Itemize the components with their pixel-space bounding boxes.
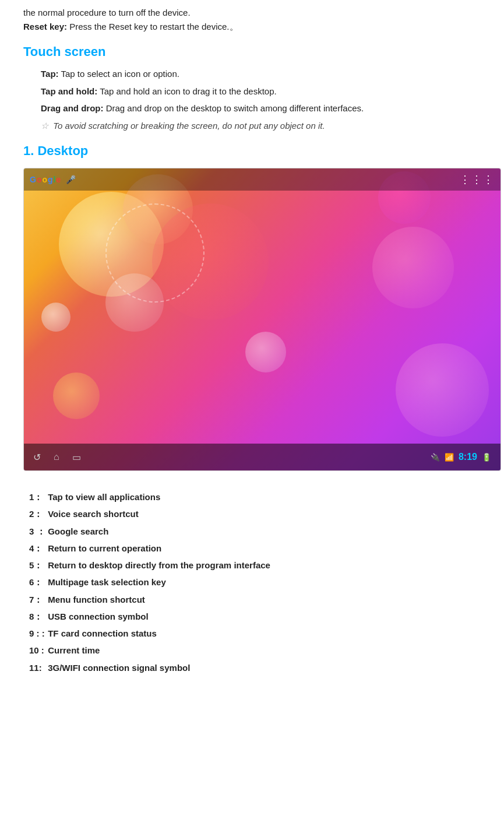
touch-item-drag-drop: Drag and drop: Drag and drop on the desk… [41,101,481,116]
list-num-7: 7： [29,591,45,608]
bubble-7 [245,332,286,372]
list-item-2: 2： Voice search shortcut [29,505,481,522]
tap-label: Tap: [41,69,59,79]
bubble-8 [396,343,489,437]
google-logo: Google [30,175,61,184]
list-item-9: 9 : : TF card connection status [29,625,481,642]
usb-icon: 🔌 [431,453,440,462]
list-item-10: 10 : Current time [29,642,481,659]
signal-icon: 📶 [445,453,454,462]
desktop-list: 1： Tap to view all applications 2： Voice… [29,488,481,676]
list-text-9: TF card connection status [48,628,157,638]
list-text-7: Menu function shortcut [48,595,145,604]
reset-key-label: Reset key: [23,22,67,31]
drag-drop-text: Drag and drop on the desktop to switch a… [106,103,364,113]
list-item-6: 6： Multipage task selection key [29,574,481,590]
list-num-2: 2： [29,505,45,522]
tap-hold-label: Tap and hold: [41,86,97,96]
star-note-text: To avoid scratching or breaking the scre… [53,121,325,131]
grid-dots-icon: ⋮⋮⋮ [460,173,495,186]
reset-key-line: Reset key: Press the Reset key to restar… [23,20,481,34]
drag-drop-label: Drag and drop: [41,103,104,113]
list-item-5: 5： Return to desktop directly from the p… [29,557,481,574]
list-item-1: 1： Tap to view all applications [29,488,481,505]
device-top-bar: Google 🎤 ⋮⋮⋮ [24,168,501,191]
list-num-6: 6： [29,574,45,590]
battery-icon: 🔋 [482,453,491,462]
star-note: ☆ To avoid scratching or breaking the sc… [41,118,481,133]
home-button[interactable]: ⌂ [54,452,59,462]
tap-hold-text: Tap and hold an icon to drag it to the d… [100,86,277,96]
reset-key-text: Press the Reset key to restart the devic… [69,22,238,31]
time-display: 8:19 [459,452,477,462]
bubble-5 [372,227,454,308]
list-text-11: 3G/WIFI connection signal symbol [48,663,190,673]
list-text-4: Return to current operation [48,543,161,553]
status-bar-right: 🔌 📶 8:19 🔋 [431,452,491,462]
list-num-3: 3 ： [29,523,45,540]
touch-item-tap: Tap: Tap to select an icon or option. [41,66,481,82]
list-text-2: Voice search shortcut [48,509,139,519]
list-item-11: 11: 3G/WIFI connection signal symbol [29,659,481,676]
list-text-6: Multipage task selection key [48,577,166,587]
star-icon: ☆ [41,121,48,131]
list-num-8: 8： [29,608,45,625]
list-text-1: Tap to view all applications [48,492,160,502]
list-text-5: Return to desktop directly from the prog… [48,560,270,570]
list-num-1: 1： [29,488,45,505]
list-item-8: 8： USB connection symbol [29,608,481,625]
device-screenshot: Google 🎤 ⋮⋮⋮ ↺ ⌂ ▭ 🔌 📶 8:19 🔋 [23,168,501,471]
touch-item-tap-hold: Tap and hold: Tap and hold an icon to dr… [41,84,481,99]
bubble-9 [53,372,100,419]
circle-outline [105,203,205,303]
list-item-7: 7： Menu function shortcut [29,591,481,608]
recent-apps-button[interactable]: ▭ [72,452,81,463]
mic-icon: 🎤 [66,175,76,184]
list-num-11: 11: [29,659,45,676]
list-num-4: 4： [29,540,45,557]
intro-text: the normal procedure to turn off the dev… [23,6,481,20]
back-button[interactable]: ↺ [33,452,41,463]
desktop-title: 1. Desktop [23,143,481,159]
touch-screen-section: Touch screen Tap: Tap to select an icon … [23,44,481,133]
list-item-4: 4： Return to current operation [29,540,481,557]
tap-text: Tap to select an icon or option. [61,69,179,79]
bubble-10 [41,303,71,332]
list-item-3: 3 ： Google search [29,523,481,540]
list-num-5: 5： [29,557,45,574]
list-text-3: Google search [48,526,108,536]
list-num-9: 9 : : [29,625,45,642]
list-text-8: USB connection symbol [48,611,149,621]
list-num-10: 10 : [29,642,45,659]
touch-screen-title: Touch screen [23,44,481,59]
list-text-10: Current time [48,645,100,655]
device-bottom-bar: ↺ ⌂ ▭ 🔌 📶 8:19 🔋 [24,444,501,470]
